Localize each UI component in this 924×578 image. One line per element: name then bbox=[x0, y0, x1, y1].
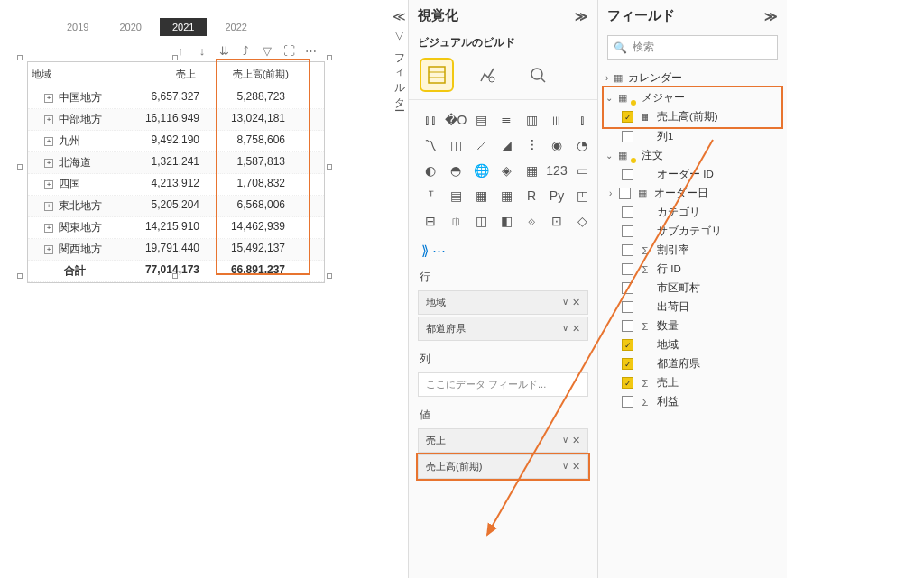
expand-icon[interactable]: + bbox=[44, 137, 53, 146]
viz-type-icon[interactable]: ◇ bbox=[571, 210, 593, 232]
filters-expand-icon[interactable]: ≪ bbox=[393, 9, 406, 23]
tab-2022[interactable]: 2022 bbox=[212, 18, 259, 36]
viz-type-icon[interactable]: ▤ bbox=[445, 185, 467, 206]
field-item[interactable]: 市区町村 bbox=[604, 279, 781, 298]
viz-type-icon[interactable]: ≣ bbox=[495, 109, 517, 131]
viz-type-icon[interactable]: ▦ bbox=[495, 185, 517, 206]
viz-type-icon[interactable]: ◫ bbox=[445, 134, 467, 156]
field-item[interactable]: カテゴリ bbox=[604, 203, 781, 222]
tab-2019[interactable]: 2019 bbox=[54, 18, 101, 36]
filters-pane-collapsed[interactable]: ≪ ▽ フィルター bbox=[390, 9, 408, 106]
viz-type-icon[interactable]: ◫ bbox=[470, 210, 492, 232]
viz-type-icon[interactable]: ⊟ bbox=[420, 210, 441, 232]
field-item[interactable]: Σ利益 bbox=[604, 392, 781, 411]
build-tab-format[interactable] bbox=[472, 60, 503, 90]
row-well-region[interactable]: 地域∨✕ bbox=[418, 290, 588, 315]
viz-type-icon[interactable]: 🌐 bbox=[470, 160, 492, 181]
fields-collapse-icon[interactable]: ≫ bbox=[764, 9, 778, 23]
viz-type-icon[interactable]: ◈ bbox=[495, 160, 517, 181]
expand-icon[interactable]: + bbox=[44, 180, 53, 189]
field-item[interactable]: オーダー ID bbox=[604, 165, 781, 184]
more-icon[interactable]: ⋯ bbox=[303, 43, 318, 58]
tab-2021[interactable]: 2021 bbox=[160, 18, 207, 36]
field-item[interactable]: Σ割引率 bbox=[604, 241, 781, 260]
viz-type-icon[interactable]: 123 bbox=[546, 160, 568, 181]
viz-type-icon[interactable]: ᎒ bbox=[521, 134, 542, 156]
val-well-sales[interactable]: 売上∨✕ bbox=[418, 428, 588, 453]
viz-type-icon[interactable]: ▭ bbox=[571, 160, 593, 181]
viz-type-icon[interactable]: R bbox=[521, 185, 542, 206]
expand-all-icon[interactable]: ⇊ bbox=[217, 43, 231, 58]
visualizations-pane: 視覚化 ≫ ビジュアルのビルド ⫿⫿�O▤≣▥⫼⫿〽◫⩘◢᎒◉◔◐◓🌐◈▦123… bbox=[408, 0, 597, 578]
field-item[interactable]: サブカテゴリ bbox=[604, 222, 781, 241]
viz-type-icon[interactable]: ▥ bbox=[521, 109, 542, 131]
expand-level-icon[interactable]: ⤴ bbox=[238, 43, 253, 58]
viz-type-icon[interactable]: ⎅ bbox=[445, 210, 467, 232]
viz-type-icon[interactable]: ▤ bbox=[470, 109, 492, 131]
viz-type-icon[interactable]: ▦ bbox=[521, 160, 542, 181]
val-well-prev-sales[interactable]: 売上高(前期)∨✕ bbox=[418, 454, 588, 479]
viz-type-icon[interactable]: ⫿⫿ bbox=[420, 109, 441, 131]
field-item[interactable]: ✓都道府県 bbox=[604, 354, 781, 373]
field-item[interactable]: ✓Σ売上 bbox=[604, 373, 781, 392]
build-tab-fields[interactable] bbox=[421, 60, 452, 90]
drill-down-icon[interactable]: ↓ bbox=[195, 43, 209, 58]
viz-type-icon[interactable]: ⊡ bbox=[546, 210, 568, 232]
viz-type-icon[interactable]: ◓ bbox=[445, 160, 467, 181]
svg-rect-0 bbox=[429, 67, 445, 83]
table-row[interactable]: +北海道1,321,2411,587,813 bbox=[28, 152, 324, 174]
expand-icon[interactable]: + bbox=[44, 202, 53, 211]
viz-type-icon[interactable]: ▦ bbox=[470, 185, 492, 206]
field-prev-sales-measure[interactable]: ✓🖩売上高(前期) bbox=[604, 107, 781, 126]
table-row[interactable]: +四国4,213,9121,708,832 bbox=[28, 174, 324, 196]
col-header-prev: 売上高(前期) bbox=[207, 62, 292, 87]
table-row[interactable]: +九州9,492,1908,758,606 bbox=[28, 131, 324, 152]
viz-type-icon[interactable]: ◔ bbox=[571, 134, 593, 156]
filters-label: フィルター bbox=[392, 47, 407, 106]
focus-icon[interactable]: ⛶ bbox=[282, 43, 296, 58]
field-item[interactable]: ›▦オーダー日 bbox=[604, 184, 781, 203]
table-row[interactable]: +東北地方5,205,2046,568,006 bbox=[28, 196, 324, 217]
expand-icon[interactable]: + bbox=[44, 94, 53, 103]
field-item[interactable]: Σ行 ID bbox=[604, 260, 781, 279]
field-item[interactable]: Σ数量 bbox=[604, 317, 781, 335]
viz-type-icon[interactable]: ◉ bbox=[546, 134, 568, 156]
fields-pane: フィールド ≫ 🔍 検索 ›▦カレンダー ⌄▦メジャー ✓🖩売上高(前期) 列1… bbox=[597, 0, 787, 578]
table-order[interactable]: ⌄▦注文 bbox=[604, 146, 781, 165]
build-tab-analytics[interactable] bbox=[522, 60, 553, 90]
viz-type-icon[interactable]: ◐ bbox=[420, 160, 441, 181]
expand-icon[interactable]: + bbox=[44, 224, 53, 233]
viz-collapse-icon[interactable]: ≫ bbox=[575, 9, 588, 23]
fields-search[interactable]: 🔍 検索 bbox=[607, 35, 778, 60]
viz-type-icon[interactable]: �O bbox=[445, 109, 467, 131]
viz-type-icon[interactable]: ⫼ bbox=[546, 109, 568, 131]
viz-type-icon[interactable]: ◳ bbox=[571, 185, 593, 206]
table-row[interactable]: +中部地方16,116,94913,024,181 bbox=[28, 109, 324, 131]
expand-icon[interactable]: + bbox=[44, 159, 53, 168]
col-well-placeholder[interactable]: ここにデータ フィールド... bbox=[418, 372, 588, 397]
table-row[interactable]: +関東地方14,215,91014,462,939 bbox=[28, 217, 324, 239]
expand-icon[interactable]: + bbox=[44, 115, 53, 124]
table-row[interactable]: +関西地方19,791,44015,492,137 bbox=[28, 239, 324, 261]
viz-type-icon[interactable]: ◢ bbox=[495, 134, 517, 156]
matrix-visual[interactable]: 地域 売上 売上高(前期) +中国地方6,657,3275,288,723+中部… bbox=[27, 61, 325, 283]
field-item[interactable]: 出荷日 bbox=[604, 298, 781, 317]
viz-type-icon[interactable]: ⫿ bbox=[571, 109, 593, 131]
table-calendar[interactable]: ›▦カレンダー bbox=[604, 69, 781, 87]
viz-type-icon[interactable]: ᵀ bbox=[420, 185, 441, 206]
expand-icon[interactable]: + bbox=[44, 245, 53, 254]
table-row[interactable]: +中国地方6,657,3275,288,723 bbox=[28, 87, 324, 109]
tab-2020[interactable]: 2020 bbox=[106, 18, 153, 36]
viz-type-icon[interactable]: 〽 bbox=[420, 134, 441, 156]
row-well-pref[interactable]: 都道府県∨✕ bbox=[418, 317, 588, 341]
filter-icon[interactable]: ▽ bbox=[260, 43, 274, 58]
viz-type-icon[interactable]: Py bbox=[546, 185, 568, 206]
viz-type-icon[interactable]: ⟐ bbox=[521, 210, 542, 232]
drill-up-icon[interactable]: ↑ bbox=[173, 43, 188, 58]
field-col1[interactable]: 列1 bbox=[604, 127, 781, 146]
table-measure[interactable]: ⌄▦メジャー bbox=[604, 88, 781, 107]
field-item[interactable]: ✓地域 bbox=[604, 335, 781, 354]
viz-type-icon[interactable]: ◧ bbox=[495, 210, 517, 232]
viz-type-icon[interactable]: ⩘ bbox=[470, 134, 492, 156]
get-more-visuals[interactable]: ⟫ ⋯ bbox=[409, 241, 597, 261]
